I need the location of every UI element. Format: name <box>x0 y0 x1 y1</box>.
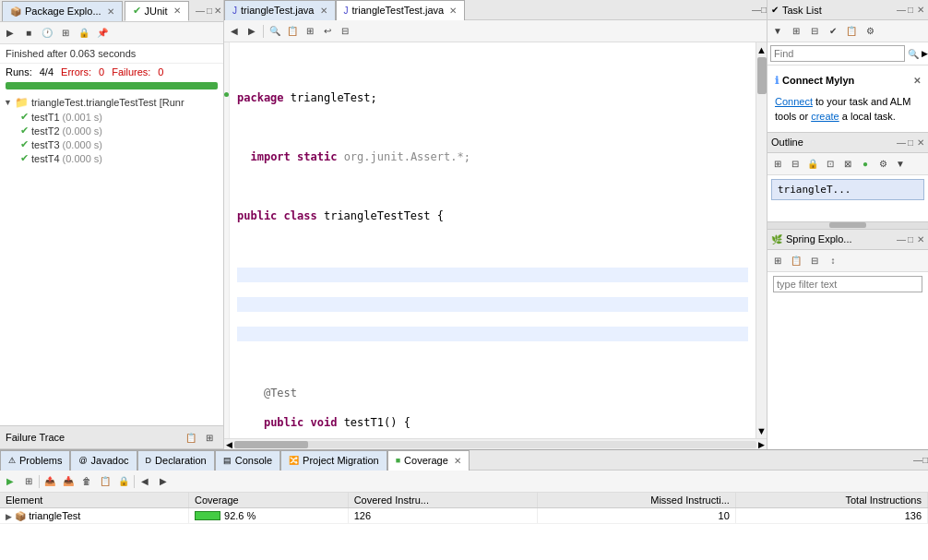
hscroll-thumb[interactable] <box>234 441 308 448</box>
hscroll-track[interactable] <box>234 441 756 448</box>
bottom-tab-problems[interactable]: ⚠ Problems <box>0 450 70 471</box>
create-link[interactable]: create <box>811 111 839 122</box>
task-close[interactable]: ✕ <box>917 5 924 15</box>
bottom-minimize[interactable]: — <box>913 455 922 465</box>
outline-btn6[interactable]: ● <box>857 155 874 172</box>
spring-btn2[interactable]: 📋 <box>788 252 804 268</box>
junit-close[interactable]: ✕ <box>173 6 181 16</box>
editor-tab-close-0[interactable]: ✕ <box>320 6 327 16</box>
scroll-track[interactable] <box>756 57 767 423</box>
outline-btn2[interactable]: ⊟ <box>787 155 803 172</box>
coverage-import-btn[interactable]: 📥 <box>60 473 77 490</box>
edit-btn5[interactable]: ⊟ <box>337 23 353 40</box>
outline-maximize[interactable]: □ <box>908 137 913 148</box>
task-maximize[interactable]: □ <box>908 5 913 15</box>
scroll-thumb[interactable] <box>757 57 767 94</box>
scroll-down[interactable]: ▼ <box>756 423 767 438</box>
editor-scrollbar[interactable]: ▲ ▼ <box>755 42 767 438</box>
close-left[interactable]: ✕ <box>214 6 221 16</box>
editor-tab-1[interactable]: J triangleTestTest.java ✕ <box>336 0 466 20</box>
bottom-maximize[interactable]: □ <box>922 455 928 465</box>
test-root[interactable]: ▼ 📁 triangleTest.triangleTestTest [Runr <box>2 95 221 110</box>
coverage-export-btn[interactable]: 📤 <box>42 473 58 490</box>
outline-btn4[interactable]: ⊡ <box>822 155 839 172</box>
editor-tab-close-1[interactable]: ✕ <box>449 6 457 16</box>
test-item-3[interactable]: ✔ testT4 (0.000 s) <box>2 151 221 165</box>
edit-btn3[interactable]: ⊞ <box>302 23 318 40</box>
editor-hscroll[interactable]: ◀ ▶ <box>224 438 767 449</box>
connect-mylyn-close[interactable]: ✕ <box>913 74 921 88</box>
coverage-btn2[interactable]: ⊞ <box>20 473 37 490</box>
coverage-btn4[interactable]: 🔒 <box>115 473 132 490</box>
spring-maximize[interactable]: □ <box>908 234 913 244</box>
spring-btn3[interactable]: ⊟ <box>806 252 823 268</box>
outline-scrollbar-thumb[interactable] <box>829 222 866 228</box>
outline-btn7[interactable]: ⚙ <box>874 155 891 172</box>
scroll-up[interactable]: ▲ <box>756 42 767 57</box>
outline-btn8[interactable]: ▼ <box>892 155 909 172</box>
scroll-lock-button[interactable]: 🔒 <box>76 25 92 42</box>
bottom-tab-project-migration[interactable]: 🔀 Project Migration <box>280 450 387 471</box>
task-btn3[interactable]: ⊟ <box>806 23 823 40</box>
bottom-tab-console[interactable]: ▤ Console <box>215 450 280 471</box>
spring-btn4[interactable]: ↕ <box>825 252 841 268</box>
root-expand-arrow[interactable]: ▼ <box>4 98 12 107</box>
maximize-left[interactable]: □ <box>207 6 212 16</box>
rerun-button[interactable]: ▶ <box>2 25 18 42</box>
test-item-2[interactable]: ✔ testT3 (0.000 s) <box>2 137 221 151</box>
spring-close[interactable]: ✕ <box>917 234 924 244</box>
spring-filter-input[interactable] <box>773 276 922 292</box>
find-expand-icon[interactable]: ▶ <box>922 49 928 58</box>
code-editor[interactable]: package triangleTest; import static org.… <box>224 42 767 438</box>
filter-button[interactable]: ⊞ <box>57 25 74 42</box>
spring-minimize[interactable]: — <box>897 234 906 244</box>
coverage-btn3[interactable]: 📋 <box>97 473 113 490</box>
hscroll-left[interactable]: ◀ <box>226 440 232 449</box>
failure-trace-btn2[interactable]: ⊞ <box>201 429 218 446</box>
find-search-icon[interactable]: 🔍 <box>908 49 919 59</box>
bottom-tab-coverage[interactable]: ■ Coverage ✕ <box>387 450 470 471</box>
task-minimize[interactable]: — <box>897 5 906 15</box>
stop-button[interactable]: ■ <box>20 25 37 42</box>
outline-scroll[interactable] <box>767 221 928 229</box>
editor-tab-0[interactable]: J triangleTest.java ✕ <box>224 0 336 20</box>
connect-link[interactable]: Connect <box>775 96 813 107</box>
coverage-delete-btn[interactable]: 🗑 <box>78 473 95 490</box>
failure-trace-btn1[interactable]: 📋 <box>183 429 199 446</box>
nav-back[interactable]: ◀ <box>226 23 243 40</box>
outline-btn1[interactable]: ⊞ <box>769 155 786 172</box>
history-button[interactable]: 🕐 <box>39 25 55 42</box>
nav-forward[interactable]: ▶ <box>244 23 260 40</box>
editor-minimize[interactable]: — <box>752 5 761 15</box>
edit-btn1[interactable]: 🔍 <box>267 23 283 40</box>
task-btn4[interactable]: ✔ <box>825 23 841 40</box>
hscroll-right[interactable]: ▶ <box>758 440 765 449</box>
spring-btn1[interactable]: ⊞ <box>769 252 786 268</box>
outline-btn5[interactable]: ⊠ <box>839 155 856 172</box>
outline-btn3[interactable]: 🔒 <box>804 155 821 172</box>
outline-minimize[interactable]: — <box>897 137 906 148</box>
table-row[interactable]: ▶ 📦 triangleTest 92.6 % 126 10 13 <box>0 508 928 524</box>
coverage-nav-back[interactable]: ◀ <box>137 473 153 490</box>
bottom-tab-declaration[interactable]: D Declaration <box>137 450 215 471</box>
task-btn5[interactable]: 📋 <box>843 23 860 40</box>
package-explorer-close[interactable]: ✕ <box>107 6 114 17</box>
task-btn1[interactable]: ▼ <box>769 23 786 40</box>
row-expand[interactable]: ▶ <box>6 512 12 521</box>
edit-btn2[interactable]: 📋 <box>284 23 301 40</box>
coverage-run-btn[interactable]: ▶ <box>2 473 18 490</box>
edit-btn4[interactable]: ↩ <box>319 23 336 40</box>
coverage-close[interactable]: ✕ <box>454 456 461 466</box>
tab-junit[interactable]: ✔ JUnit ✕ <box>125 1 189 21</box>
coverage-nav-fwd[interactable]: ▶ <box>155 473 172 490</box>
outline-close[interactable]: ✕ <box>917 137 924 148</box>
test-item-0[interactable]: ✔ testT1 (0.001 s) <box>2 110 221 124</box>
pin-button[interactable]: 📌 <box>94 25 111 42</box>
find-input[interactable] <box>770 45 905 62</box>
code-content[interactable]: package triangleTest; import static org.… <box>230 42 755 438</box>
minimize-left[interactable]: — <box>196 6 205 16</box>
tab-package-explorer[interactable]: 📦 Package Explo... ✕ <box>2 1 123 21</box>
task-btn2[interactable]: ⊞ <box>788 23 804 40</box>
task-btn6[interactable]: ⚙ <box>862 23 878 40</box>
bottom-tab-javadoc[interactable]: @ Javadoc <box>70 450 137 471</box>
